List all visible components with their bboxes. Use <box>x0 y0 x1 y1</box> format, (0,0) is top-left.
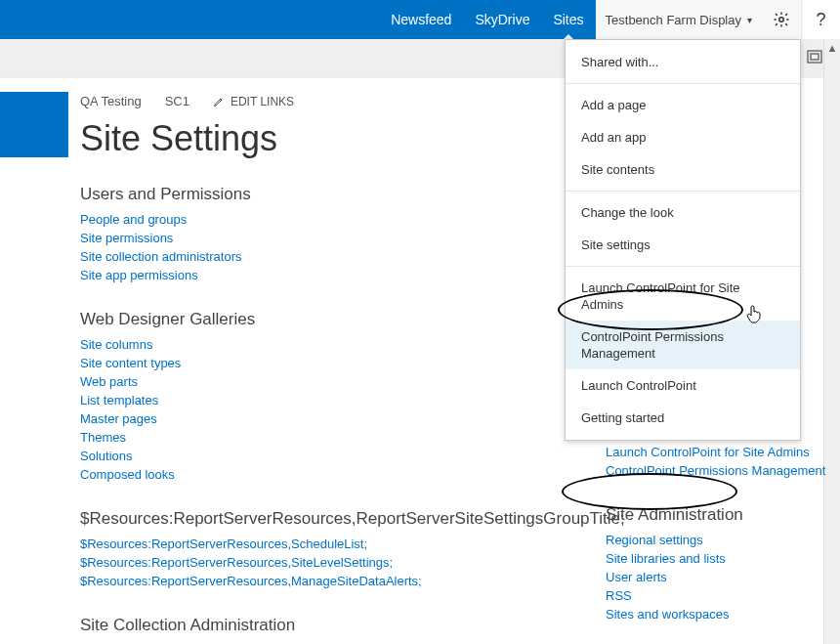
settings-link[interactable]: $Resources:ReportServerResources,SiteLev… <box>80 553 549 572</box>
breadcrumb-sub[interactable]: SC1 <box>165 94 189 108</box>
gear-menu-item[interactable]: Add a page <box>566 89 800 121</box>
menu-separator <box>566 83 800 84</box>
gear-dropdown-menu: Shared with...Add a pageAdd an appSite c… <box>565 39 801 441</box>
gear-menu-item[interactable]: Site settings <box>566 229 800 261</box>
group-heading: Users and Permissions <box>80 185 549 204</box>
settings-group: Web Designer GalleriesSite columnsSite c… <box>80 310 549 484</box>
focus-content-icon[interactable] <box>807 50 822 67</box>
settings-link[interactable]: RSS <box>606 586 825 605</box>
gear-menu-item[interactable]: Shared with... <box>566 46 800 78</box>
svg-rect-1 <box>808 51 821 63</box>
link-list: $Resources:ReportServerResources,Schedul… <box>80 535 549 590</box>
gear-menu-item[interactable]: Change the look <box>566 196 800 229</box>
settings-link[interactable]: ControlPoint Permissions Management <box>606 461 825 480</box>
settings-left-column: Users and PermissionsPeople and groupsSi… <box>80 185 549 644</box>
settings-link[interactable]: Regional settings <box>606 531 825 549</box>
settings-link[interactable]: Site libraries and lists <box>606 549 825 568</box>
svg-rect-2 <box>811 54 819 60</box>
settings-link[interactable]: Site app permissions <box>80 266 549 284</box>
gear-icon[interactable] <box>762 0 801 39</box>
settings-link[interactable]: $Resources:ReportServerResources,ManageS… <box>80 572 549 590</box>
settings-link[interactable]: Solutions <box>80 447 549 465</box>
settings-link[interactable]: $Resources:ReportServerResources,Schedul… <box>80 535 549 553</box>
settings-link[interactable]: Master pages <box>80 409 549 428</box>
settings-link[interactable]: Site content types <box>80 354 549 372</box>
suite-bar: Newsfeed SkyDrive Sites Testbench Farm D… <box>0 0 840 39</box>
settings-link[interactable]: People and groups <box>80 210 549 229</box>
link-list: People and groupsSite permissionsSite co… <box>80 210 549 284</box>
settings-link[interactable]: Site permissions <box>80 229 549 247</box>
settings-link[interactable]: Site collection administrators <box>80 247 549 266</box>
help-icon[interactable]: ? <box>801 0 840 39</box>
settings-link[interactable]: Composed looks <box>80 465 549 484</box>
settings-group: Users and PermissionsPeople and groupsSi… <box>80 185 549 284</box>
gear-menu-item[interactable]: Add an app <box>566 121 800 153</box>
settings-link[interactable]: Sites and workspaces <box>606 605 825 623</box>
settings-link[interactable]: Web parts <box>80 372 549 391</box>
settings-link[interactable]: User alerts <box>606 568 825 586</box>
menu-separator <box>566 191 800 192</box>
scroll-up-icon[interactable]: ▲ <box>827 39 838 56</box>
suite-link-newsfeed[interactable]: Newsfeed <box>379 0 463 39</box>
gear-menu-item[interactable]: Site contents <box>566 153 800 186</box>
link-list: Regional settingsSite libraries and list… <box>606 531 825 623</box>
group-heading: Site Collection Administration <box>80 616 549 635</box>
group-heading: Site Administration <box>606 505 825 525</box>
menu-separator <box>566 266 800 267</box>
settings-link[interactable]: Launch ControlPoint for Site Admins <box>606 443 825 461</box>
svg-point-0 <box>779 18 784 22</box>
site-logo-placeholder[interactable] <box>0 92 68 157</box>
breadcrumb-site[interactable]: QA Testing <box>80 94 142 108</box>
user-display-menu[interactable]: Testbench Farm Display ▾ <box>596 0 762 39</box>
gear-menu-item[interactable]: Launch ControlPoint <box>566 369 800 402</box>
gear-menu-item[interactable]: ControlPoint Permissions Management <box>566 321 800 369</box>
caret-down-icon: ▾ <box>747 15 752 25</box>
group-heading: $Resources:ReportServerResources,ReportS… <box>80 509 549 529</box>
settings-group: $Resources:ReportServerResources,ReportS… <box>80 509 549 590</box>
settings-link[interactable]: Themes <box>80 428 549 447</box>
group-heading: Web Designer Galleries <box>80 310 549 329</box>
pencil-icon <box>213 96 225 107</box>
gear-menu-item[interactable]: Getting started <box>566 402 800 434</box>
suite-link-skydrive[interactable]: SkyDrive <box>463 0 541 39</box>
edit-links-button[interactable]: EDIT LINKS <box>213 95 294 108</box>
edit-links-label: EDIT LINKS <box>231 95 294 108</box>
suite-link-sites[interactable]: Sites <box>541 0 595 39</box>
settings-link[interactable]: List templates <box>80 391 549 409</box>
link-list: Site columnsSite content typesWeb partsL… <box>80 335 549 484</box>
user-display-label: Testbench Farm Display <box>606 13 741 27</box>
gear-menu-item[interactable]: Launch ControlPoint for Site Admins <box>566 272 800 321</box>
settings-group: Site AdministrationRegional settingsSite… <box>606 505 825 623</box>
settings-link[interactable]: Site columns <box>80 335 549 354</box>
settings-group: Site Collection AdministrationRecycle bi… <box>80 616 549 644</box>
